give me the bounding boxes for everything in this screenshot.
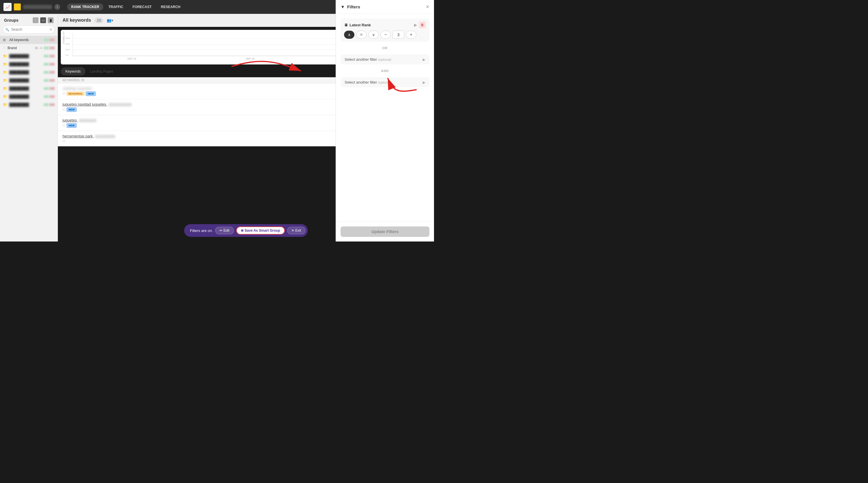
filter-select-optional-2[interactable]: Select another filter (optional) ▶	[341, 77, 429, 87]
filter-value-input[interactable]	[393, 31, 404, 39]
sidebar-item-folder-5[interactable]: 📁 ████████	[0, 85, 58, 93]
info-icon[interactable]: i	[54, 4, 60, 10]
layers-icon: ⊞	[3, 38, 7, 42]
filter-down-button[interactable]: ∨	[368, 31, 379, 39]
sidebar-item-folder-7[interactable]: 📁 ████████	[0, 101, 58, 109]
filter-controls: ∧ = ∨ − +	[344, 31, 426, 39]
save-as-smart-group-button[interactable]: ⊕ Save As Smart Group	[236, 226, 285, 234]
sidebar-item-label: ████████	[9, 62, 42, 66]
info-icon: ⓘ	[62, 139, 65, 143]
sidebar-item-bars	[44, 63, 55, 66]
down-arrow-icon: ∨	[372, 32, 375, 37]
keywords-label: KEYWORDS:	[62, 79, 80, 82]
col-keywords: KEYWORDS: 20	[62, 79, 336, 82]
bar-positive	[44, 63, 49, 66]
main-layout: Groups ↑ ▭ 📱 🔍 ⚙ ⊞ All keywords	[0, 14, 434, 242]
sidebar-header: Groups ↑ ▭ 📱	[0, 14, 58, 26]
filter-close-button[interactable]: ✕	[426, 4, 429, 9]
chart-x-sep25: SEP 25	[246, 57, 254, 60]
filter-row-header: 🖥 Latest Rank ▶ 🗑	[344, 22, 426, 28]
sidebar-item-bars	[44, 55, 55, 58]
tab-keywords[interactable]: Keywords	[61, 67, 85, 75]
filter-body: 🖥 Latest Rank ▶ 🗑 ∧ =	[336, 14, 434, 222]
bar-positive	[44, 55, 49, 58]
filter-plus-button[interactable]: +	[406, 31, 416, 39]
or-separator: OR	[341, 45, 429, 51]
filter-header: ▼ Filters ✕	[336, 0, 434, 14]
folder-icon: 📁	[3, 95, 7, 99]
content-count: 20	[95, 18, 103, 23]
mobile-icon[interactable]: 📱	[48, 18, 54, 23]
sidebar-item-brand[interactable]: ♡ Brand 38 - 4	[0, 44, 58, 52]
search-input[interactable]	[3, 26, 55, 34]
sidebar-item-folder-6[interactable]: 📁 ████████	[0, 93, 58, 101]
bar-negative	[50, 63, 55, 66]
folder-icon: 📁	[3, 62, 7, 66]
nav-research[interactable]: RESEARCH	[157, 3, 184, 10]
sidebar-item-bars	[44, 95, 55, 98]
tag-new: NEW	[66, 123, 77, 128]
filter-row-actions: ▶ 🗑	[414, 22, 426, 28]
sidebar-item-bars	[44, 46, 55, 50]
folder-icon: 📁	[3, 54, 7, 58]
tab-landing-pages[interactable]: Landing Pages	[85, 67, 118, 75]
filter-footer: Update Filters	[336, 222, 434, 242]
sidebar-item-folder-1[interactable]: 📁 ████████	[0, 52, 58, 60]
heart-icon: ♡	[3, 46, 6, 50]
desktop-icon[interactable]: ▭	[40, 18, 46, 23]
filter-eq-button[interactable]: =	[356, 31, 367, 39]
folder-icon: 📁	[3, 70, 7, 74]
sidebar-item-bars	[44, 79, 55, 82]
sidebar-item-label: ████████	[9, 103, 42, 107]
equals-icon: =	[360, 32, 363, 37]
sidebar-item-folder-3[interactable]: 📁 ████████	[0, 68, 58, 76]
filter-title: ▼ Filters	[341, 4, 360, 9]
sidebar-item-label: ████████	[9, 54, 42, 58]
filter-select-optional-1[interactable]: Select another filter (optional) ▶	[341, 54, 429, 64]
nav-forecast[interactable]: FORECAST	[128, 3, 156, 10]
nav-traffic[interactable]: TRAFFIC	[104, 3, 127, 10]
exit-filters-button[interactable]: ✕ Exit	[287, 227, 305, 234]
up-arrow-icon: ∧	[348, 32, 351, 37]
bar-positive	[44, 87, 49, 90]
project-icon	[14, 3, 21, 10]
app-logo: 📈	[3, 3, 11, 11]
filter-icon[interactable]: ⚙	[50, 28, 52, 32]
sidebar-item-folder-2[interactable]: 📁 ████████	[0, 60, 58, 68]
filter-up-button[interactable]: ∧	[344, 31, 354, 39]
keywords-count: 20	[81, 79, 84, 82]
sidebar-search-container: 🔍 ⚙	[3, 26, 55, 34]
filter-delete-button[interactable]: 🗑	[419, 22, 426, 28]
bar-positive	[44, 71, 49, 74]
sidebar-item-all-keywords[interactable]: ⊞ All keywords	[0, 36, 58, 44]
filter-icon: ▼	[341, 4, 345, 9]
filters-on-text: Filters are on.	[190, 228, 213, 233]
bar-negative	[50, 46, 55, 50]
edit-filters-button[interactable]: ✏ Edit	[215, 227, 234, 234]
project-name	[23, 5, 52, 9]
minus-icon: −	[384, 32, 387, 37]
nav-rank-tracker[interactable]: RANK TRACKER	[67, 3, 103, 10]
chevron-right-icon: ▶	[423, 58, 425, 62]
folder-icon: 📁	[3, 103, 7, 107]
sidebar-item-bars	[44, 87, 55, 90]
export-icon[interactable]: ↑	[33, 18, 38, 23]
filter-minus-button[interactable]: −	[380, 31, 391, 39]
filter-select-label: Select another filter (optional)	[345, 57, 392, 62]
update-filters-button[interactable]: Update Filters	[341, 226, 429, 237]
info-icon: ⓘ	[62, 92, 65, 96]
monitor-icon: 🖥	[344, 23, 348, 27]
expand-icon[interactable]: ▶	[414, 23, 417, 27]
bar-negative	[50, 87, 55, 90]
sidebar-title: Groups	[4, 18, 19, 23]
filter-select-label-2: Select another filter (optional)	[345, 80, 392, 85]
chart-x-sep19: SEP 19	[127, 57, 136, 60]
main-nav: RANK TRACKER TRAFFIC FORECAST RESEARCH	[67, 3, 184, 10]
sidebar-item-label: ████████	[9, 78, 42, 83]
bar-negative	[50, 79, 55, 82]
tag-seasonal: SEASONAL	[66, 92, 85, 96]
sidebar-item-label: ████████	[9, 95, 42, 99]
info-icon: ⓘ	[62, 107, 65, 111]
sidebar-item-folder-4[interactable]: 📁 ████████	[0, 76, 58, 85]
sidebar-item-bars	[44, 71, 55, 74]
